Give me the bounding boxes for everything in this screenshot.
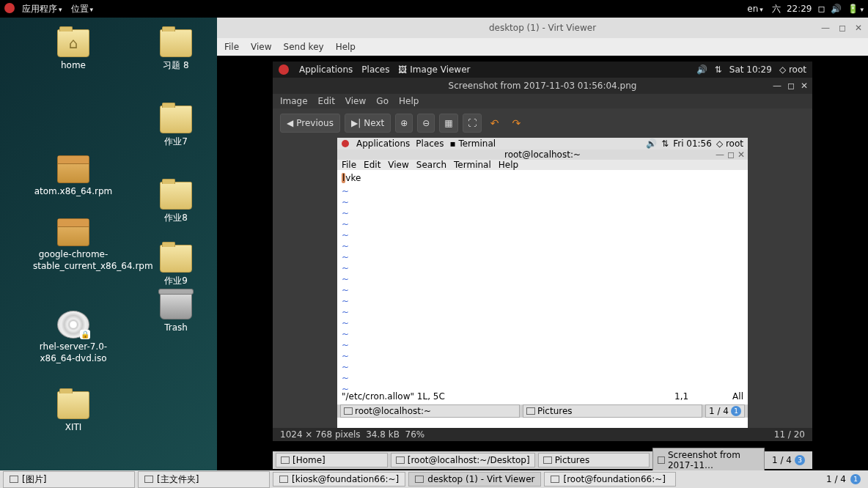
guest-places[interactable]: Places xyxy=(361,64,389,75)
places-menu[interactable]: 位置 xyxy=(68,3,97,15)
redhat-icon xyxy=(279,64,289,75)
home-folder[interactable]: home xyxy=(29,29,117,72)
iv-titlebar[interactable]: Screenshot from 2017-11-03 01:56:04.png … xyxy=(273,78,812,94)
rotate-right-button[interactable]: ↷ xyxy=(507,114,525,133)
zoom-out-button[interactable]: ⊖ xyxy=(417,114,435,133)
redhat-icon xyxy=(4,3,15,13)
iv-dims: 1024 × 768 pixels xyxy=(280,429,361,440)
task-kiosk-terminal[interactable]: [kiosk@foundation66:~] xyxy=(273,472,405,487)
iv-statusbar: 1024 × 768 pixels 34.8 kB 76% 11 / 20 xyxy=(273,428,812,441)
time-label[interactable]: 22:29 xyxy=(787,4,812,14)
task-root-terminal[interactable]: [root@foundation66:~] xyxy=(544,472,676,487)
iv-title-text: Screenshot from 2017-11-03 01:56:04.png xyxy=(449,81,637,91)
m-view: View xyxy=(388,160,408,170)
inner-user: ◇ root xyxy=(716,138,743,149)
iv-menu-go[interactable]: Go xyxy=(376,96,389,106)
redhat-icon xyxy=(342,140,349,147)
xiti-folder[interactable]: XITI xyxy=(29,391,117,434)
menu-view[interactable]: View xyxy=(251,42,271,52)
iv-maximize[interactable]: ◻ xyxy=(787,81,795,91)
iv-menu-help[interactable]: Help xyxy=(399,96,419,106)
iv-minimize[interactable]: — xyxy=(773,81,781,91)
status-mode: All xyxy=(732,391,743,402)
rotate-left-button[interactable]: ↶ xyxy=(486,114,504,133)
guest-task-pictures[interactable]: Pictures xyxy=(538,453,650,467)
guest-pager[interactable]: 1 / 4 3 xyxy=(768,454,809,467)
close-button[interactable]: ✕ xyxy=(855,23,862,33)
vim-statusline: "/etc/cron.allow" 1L, 5C 1,1 All xyxy=(342,391,743,402)
inner-terminal-titlebar: root@localhost:~ —◻✕ xyxy=(337,149,748,160)
iv-toolbar: ◀ Previous ▶| Next ⊕ ⊖ ▦ ⛶ ↶ ↷ xyxy=(273,108,812,138)
inner-task-terminal: root@localhost:~ xyxy=(340,404,520,418)
task-virt-viewer[interactable]: desktop (1) - Virt Viewer xyxy=(408,472,541,487)
folder-xiti8[interactable]: 习题 8 xyxy=(132,29,220,72)
folder-zuoye7[interactable]: 作业7 xyxy=(132,106,220,148)
iv-menubar: Image Edit View Go Help xyxy=(273,94,812,108)
term-text: vke xyxy=(345,173,361,183)
lang-indicator[interactable]: en xyxy=(744,4,766,14)
iv-image-content: Applications Places ▪ Terminal 🔊 ⇅ Fri 0… xyxy=(337,138,748,428)
rhel-iso[interactable]: rhel-server-7.0-x86_64-dvd.iso xyxy=(29,311,117,364)
zoom-normal-button[interactable]: ▦ xyxy=(439,114,457,133)
guest-user[interactable]: ◇ root xyxy=(779,64,806,75)
volume-icon[interactable]: 🔊 xyxy=(696,64,707,75)
atom-rpm[interactable]: atom.x86_64.rpm xyxy=(29,155,117,198)
iv-size: 34.8 kB xyxy=(366,429,400,440)
virt-titlebar[interactable]: desktop (1) - Virt Viewer — ◻ ✕ xyxy=(217,18,868,38)
inner-panel: Applications Places ▪ Terminal 🔊 ⇅ Fri 0… xyxy=(337,138,748,149)
menu-file[interactable]: File xyxy=(224,42,239,52)
task-home[interactable]: [主文件夹] xyxy=(138,471,270,488)
network-icon[interactable]: ⇅ xyxy=(715,64,722,75)
m-help: Help xyxy=(499,160,518,170)
folder-zuoye8[interactable]: 作业8 xyxy=(132,182,220,224)
inner-title-text: root@localhost:~ xyxy=(504,149,581,160)
inner-pager: 1 / 4 1 xyxy=(705,404,745,418)
menu-help[interactable]: Help xyxy=(336,42,356,52)
guest-imageviewer-button[interactable]: 🖼 Image Viewer xyxy=(398,64,470,75)
iv-menu-edit[interactable]: Edit xyxy=(318,96,335,106)
status-pos: 1,1 xyxy=(674,391,688,402)
trash[interactable]: Trash xyxy=(132,292,220,334)
image-viewer-window: Screenshot from 2017-11-03 01:56:04.png … xyxy=(273,78,812,441)
guest-time[interactable]: Sat 10:29 xyxy=(729,64,772,75)
volume-icon: 🔊 xyxy=(646,138,657,149)
menu-sendkey[interactable]: Send key xyxy=(284,42,324,52)
guest-task-terminal[interactable]: [root@localhost:~/Desktop] xyxy=(391,453,535,467)
virt-menubar: File View Send key Help xyxy=(217,38,868,56)
iv-menu-view[interactable]: View xyxy=(345,96,366,106)
iv-close[interactable]: ✕ xyxy=(801,81,808,91)
guest-applications[interactable]: Applications xyxy=(299,64,353,75)
virt-viewer-window: desktop (1) - Virt Viewer — ◻ ✕ File Vie… xyxy=(217,18,868,470)
applications-menu[interactable]: 应用程序 xyxy=(19,3,65,15)
guest-task-home[interactable]: [Home] xyxy=(276,453,388,467)
folder-zuoye9[interactable]: 作业9 xyxy=(132,245,220,287)
iv-menu-image[interactable]: Image xyxy=(280,96,308,106)
chrome-rpm[interactable]: google-chrome-stable_current_x86_64.rpm xyxy=(29,218,117,272)
day-label: 六 xyxy=(772,3,781,15)
prev-button[interactable]: ◀ Previous xyxy=(280,114,340,133)
next-button[interactable]: ▶| Next xyxy=(345,114,391,133)
accessibility-icon[interactable]: ◻ xyxy=(818,4,825,14)
task-pictures[interactable]: [图片] xyxy=(3,471,135,488)
host-top-panel: 应用程序 位置 en 六 22:29 ◻ 🔊 🔋 xyxy=(0,0,868,18)
maximize-button[interactable]: ◻ xyxy=(839,23,846,33)
m-edit: Edit xyxy=(364,160,380,170)
iv-page: 11 / 20 xyxy=(774,429,805,440)
inner-terminal-btn: ▪ Terminal xyxy=(449,138,496,149)
host-pager[interactable]: 1 / 4 1 xyxy=(822,474,865,484)
zoom-in-button[interactable]: ⊕ xyxy=(395,114,413,133)
minimize-button[interactable]: — xyxy=(821,23,830,33)
guest-task-screenshot[interactable]: Screenshot from 2017-11… xyxy=(652,448,765,473)
volume-icon[interactable]: 🔊 xyxy=(831,4,842,14)
vim-tildes: ~~~~~~~~~~~~~~~~~~~ xyxy=(342,186,349,395)
inner-applications: Applications xyxy=(356,138,410,149)
status-file: "/etc/cron.allow" 1L, 5C xyxy=(342,391,445,402)
window-title: desktop (1) - Virt Viewer xyxy=(489,23,596,33)
battery-icon[interactable]: 🔋 xyxy=(847,4,864,14)
inner-places: Places xyxy=(416,138,444,149)
m-search: Search xyxy=(416,160,446,170)
host-taskbar: [图片] [主文件夹] [kiosk@foundation66:~] deskt… xyxy=(0,470,868,488)
terminal-body: lvke ~~~~~~~~~~~~~~~~~~~ "/etc/cron.allo… xyxy=(337,170,748,404)
iv-zoom: 76% xyxy=(405,429,425,440)
zoom-fit-button[interactable]: ⛶ xyxy=(463,114,482,133)
